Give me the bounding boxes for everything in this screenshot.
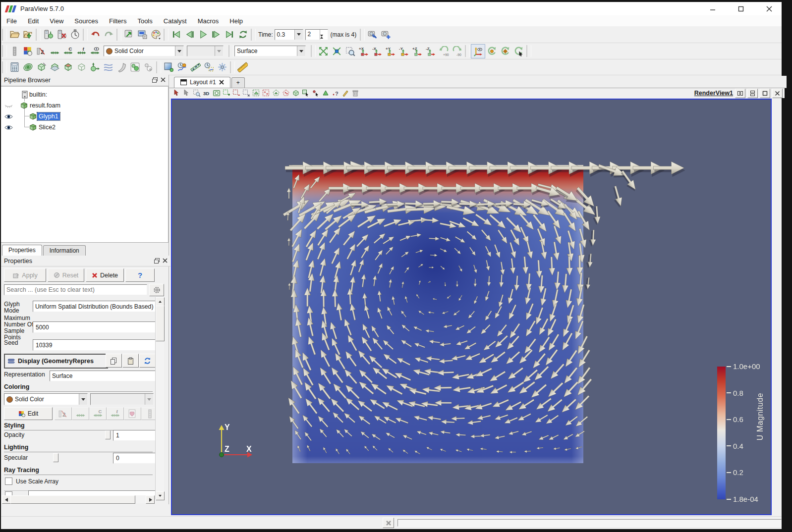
copy-properties-button[interactable] — [106, 354, 122, 368]
reset-session-icon[interactable] — [68, 28, 82, 41]
coloring-combo[interactable]: Solid Color — [4, 393, 88, 405]
frame-spinner[interactable]: 2 — [305, 29, 328, 40]
toolbar-grip[interactable] — [83, 29, 88, 41]
stream-tracer-icon[interactable] — [102, 60, 115, 74]
view-plus-x-icon[interactable]: +X — [357, 45, 370, 58]
new-layout-tab[interactable]: + — [231, 77, 245, 88]
clear-selection-icon[interactable] — [350, 88, 360, 98]
toolbar-grip[interactable] — [116, 29, 121, 41]
scalar-bar-icon[interactable] — [8, 45, 21, 58]
extract-subset-icon[interactable] — [75, 60, 88, 74]
visibility-on-icon[interactable] — [1, 113, 16, 120]
split-horizontal-icon[interactable] — [735, 89, 745, 98]
opacity-field[interactable]: 1 — [113, 430, 155, 441]
threshold-icon[interactable] — [61, 60, 75, 74]
3d-interaction-icon[interactable]: 3D — [202, 88, 212, 98]
plot-over-time-icon[interactable] — [175, 60, 189, 74]
view-plus-z-icon[interactable]: +Z — [410, 45, 424, 58]
selection-query-icon[interactable]: ? — [331, 88, 340, 98]
toolbar-grip[interactable] — [36, 29, 41, 41]
chevron-down-icon[interactable] — [294, 30, 303, 40]
vcr-prev-icon[interactable] — [183, 28, 196, 41]
subtract-selection-icon[interactable] — [231, 88, 241, 98]
view-name[interactable]: RenderView1 — [694, 90, 733, 97]
help-button[interactable]: ? — [125, 268, 155, 282]
close-panel-icon[interactable] — [163, 258, 168, 264]
view-plus-y-icon[interactable]: +Y — [384, 45, 397, 58]
search-options-button[interactable] — [149, 284, 164, 296]
hover-points-icon[interactable] — [182, 88, 192, 98]
add-selection-icon[interactable] — [222, 88, 231, 98]
calculator-icon[interactable] — [8, 60, 21, 74]
adjust-camera-icon[interactable] — [366, 28, 379, 41]
menu-filters[interactable]: Filters — [104, 16, 132, 26]
plot-over-line-icon[interactable] — [162, 60, 175, 74]
visibility-off-icon[interactable] — [1, 103, 16, 109]
rescale-data-icon[interactable] — [48, 45, 61, 58]
toolbar-grip[interactable] — [164, 29, 169, 41]
scroll-up-icon[interactable] — [156, 297, 165, 306]
open-file-icon[interactable] — [8, 28, 21, 41]
save-data-icon[interactable] — [21, 28, 35, 41]
server-connect-icon[interactable] — [42, 28, 55, 41]
slider-handle[interactable] — [105, 430, 111, 439]
auto-apply-icon[interactable] — [122, 28, 136, 41]
mouse-rotate-icon[interactable] — [512, 45, 525, 58]
spin-down-icon[interactable] — [320, 37, 328, 44]
rescale-data-icon[interactable] — [72, 407, 89, 420]
time-value-combo[interactable]: 0.3 — [275, 29, 303, 40]
edit-color-map-button[interactable]: Edit — [4, 407, 53, 420]
rubber-band-zoom-icon[interactable] — [192, 88, 202, 98]
abort-progress-button[interactable] — [383, 518, 394, 528]
close-tab-icon[interactable] — [219, 80, 224, 85]
chevron-down-icon[interactable] — [297, 46, 305, 56]
grow-selection-icon[interactable] — [340, 88, 350, 98]
menu-edit[interactable]: Edit — [22, 16, 44, 26]
scalar-bar-icon[interactable] — [141, 407, 155, 420]
save-screenshot-icon[interactable] — [136, 28, 149, 41]
probe-location-icon[interactable] — [216, 60, 229, 74]
plot-along-line-icon[interactable] — [189, 60, 202, 74]
view-minus-x-icon[interactable]: -X — [370, 45, 384, 58]
toolbar-grip[interactable] — [251, 29, 256, 41]
split-vertical-icon[interactable] — [747, 89, 758, 98]
interactive-select-points-icon[interactable] — [311, 88, 321, 98]
contour-icon[interactable] — [21, 60, 35, 74]
hover-cells-icon[interactable] — [172, 88, 182, 98]
scroll-thumb[interactable] — [156, 306, 165, 341]
extract-group-icon[interactable] — [142, 60, 155, 74]
close-icon[interactable] — [758, 2, 781, 15]
search-input[interactable] — [4, 286, 147, 293]
menu-sources[interactable]: Sources — [69, 16, 104, 26]
pipeline-item-builtin[interactable]: builtin: — [1, 90, 165, 100]
view-minus-y-icon[interactable]: -Y — [397, 45, 410, 58]
max-sample-points-field[interactable]: 5000 — [33, 321, 155, 333]
scroll-right-icon[interactable] — [146, 495, 155, 504]
scroll-thumb[interactable] — [10, 495, 135, 504]
rotate-90-cw-icon[interactable]: +90 — [437, 45, 451, 58]
rescale-time-icon[interactable]: t — [107, 407, 124, 420]
toolbar-grip[interactable] — [2, 61, 7, 73]
edit-colormap-icon[interactable] — [21, 45, 35, 58]
toolbar-grip[interactable] — [465, 45, 470, 57]
title-bar[interactable]: ParaView 5.7.0 — [1, 2, 782, 15]
vcr-last-icon[interactable] — [223, 28, 236, 41]
rotate-90-ccw-icon[interactable]: -90 — [451, 45, 464, 58]
undo-icon[interactable] — [89, 28, 102, 41]
separate-colormap-icon[interactable]: 2 — [35, 45, 48, 58]
reload-properties-button[interactable] — [139, 354, 155, 368]
menu-file[interactable]: File — [1, 16, 22, 26]
toggle-selection-icon[interactable] — [241, 88, 251, 98]
zoom-closest-icon[interactable] — [212, 88, 222, 98]
color-by-combo[interactable]: Solid Color — [104, 46, 184, 56]
menu-view[interactable]: View — [44, 16, 69, 26]
pipeline-item-label[interactable]: builtin: — [28, 91, 49, 99]
representation-combo[interactable]: Surface — [234, 46, 306, 56]
scroll-left-icon[interactable] — [2, 495, 11, 504]
paste-properties-button[interactable] — [122, 354, 139, 368]
vcr-first-icon[interactable] — [170, 28, 183, 41]
toolbar-grip[interactable] — [360, 29, 365, 41]
chevron-down-icon[interactable] — [175, 46, 183, 56]
glyph-mode-combo[interactable]: Uniform Spatial Distribution (Bounds Bas… — [33, 301, 155, 312]
tab-properties[interactable]: Properties — [2, 245, 42, 256]
